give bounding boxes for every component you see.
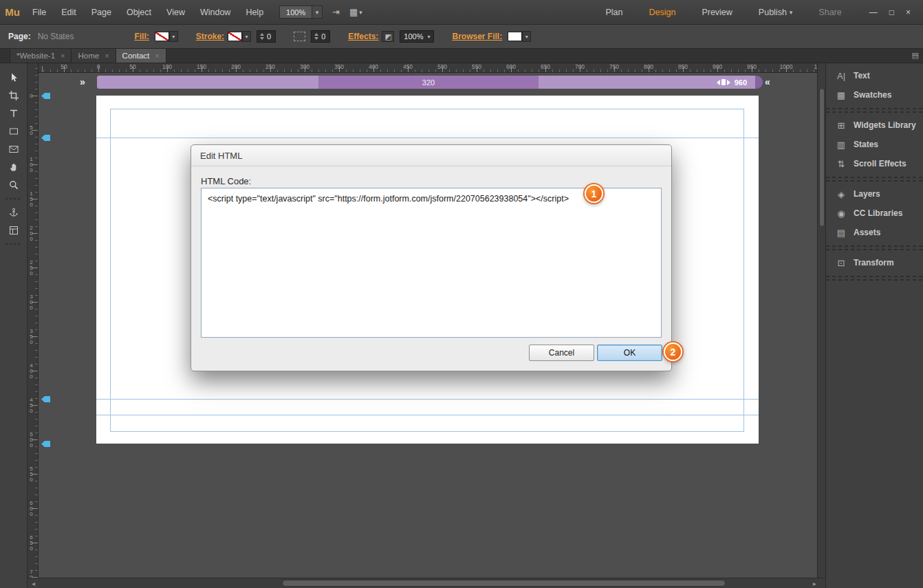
breakpoint-prev-icon[interactable]: » (80, 76, 85, 87)
tab-contact[interactable]: Contact× (116, 49, 166, 63)
cancel-button[interactable]: Cancel (529, 345, 594, 361)
opacity-dropdown-icon[interactable]: ▾ (427, 34, 430, 40)
menu-window[interactable]: Window (193, 8, 238, 17)
menu-view[interactable]: View (159, 8, 193, 17)
tool-panel (0, 63, 28, 588)
vertical-ruler[interactable]: 0501001502002503003504004505005506006507… (28, 63, 39, 578)
tool-panel-separator (6, 241, 22, 247)
menu-page[interactable]: Page (84, 8, 119, 17)
panel-item-scroll-effects[interactable]: ⇅Scroll Effects (826, 154, 923, 173)
browser-fill-dropdown-icon[interactable]: ▾ (522, 31, 531, 42)
window-close-button[interactable]: × (906, 8, 911, 17)
rectangle-tool[interactable] (0, 122, 28, 140)
fill-dropdown-icon[interactable]: ▾ (169, 31, 178, 42)
guide-line-bottom[interactable] (96, 415, 759, 415)
breakpoint-segment-320[interactable]: 320 (318, 76, 539, 89)
breakpoint-resize-handle[interactable] (717, 79, 730, 85)
canvas[interactable]: » 320 960 « Edit HTML HTML Code: (39, 73, 817, 578)
layout-view-icon[interactable]: ▦ (349, 7, 358, 17)
tab-close-icon[interactable]: × (61, 52, 65, 60)
stroke-dropdown-icon[interactable]: ▾ (242, 31, 251, 42)
horizontal-ruler[interactable]: 5005010015020025030035040045050055060065… (39, 63, 817, 73)
guide-line-footer[interactable] (96, 399, 759, 400)
text-tool-icon (8, 108, 19, 119)
panel-item-label: Transform (854, 258, 894, 268)
guide-handle-footer[interactable] (41, 396, 50, 402)
mode-design[interactable]: Design (649, 8, 675, 17)
mode-publish[interactable]: Publish▾ (759, 8, 793, 17)
ruler-tick-label: 200 (231, 63, 241, 70)
panel-item-assets[interactable]: ▤Assets (826, 223, 923, 242)
opacity-field[interactable]: 100% ▾ (400, 30, 434, 43)
panel-item-states[interactable]: ▥States (826, 135, 923, 154)
panel-item-layers[interactable]: ◈Layers (826, 184, 923, 204)
menu-object[interactable]: Object (119, 8, 159, 17)
breakpoint-segment-small[interactable] (97, 76, 318, 89)
mode-share[interactable]: Share (818, 8, 841, 17)
guide-handle-page-top[interactable] (41, 93, 50, 99)
corner-radius-field[interactable]: 0 (311, 30, 330, 43)
place-arrow-icon[interactable]: ⇥ (332, 7, 340, 17)
crop-tool[interactable] (0, 87, 28, 105)
tab-website1[interactable]: *Website-1× (10, 49, 72, 63)
mode-preview[interactable]: Preview (702, 8, 732, 17)
corner-radius-stepper[interactable] (314, 33, 318, 40)
fill-label[interactable]: Fill: (134, 32, 149, 41)
browser-fill-label[interactable]: Browser Fill: (452, 32, 502, 41)
breakpoint-next-icon[interactable]: « (765, 76, 770, 87)
dialog-title[interactable]: Edit HTML (191, 145, 671, 166)
zoom-dropdown-icon[interactable]: ▾ (312, 6, 323, 19)
panel-item-text[interactable]: A|Text (826, 66, 923, 85)
stroke-label[interactable]: Stroke: (196, 32, 224, 41)
guide-handle-header[interactable] (41, 135, 50, 141)
window-controls: — □ × (869, 8, 911, 17)
scroll-right-icon[interactable]: ▸ (813, 579, 816, 588)
guide-handle-page-bottom[interactable] (41, 441, 50, 447)
corner-radius-value: 0 (321, 32, 325, 41)
browser-fill-swatch[interactable] (508, 32, 522, 41)
panel-collapse-icon[interactable]: ▤ (912, 51, 919, 60)
zoom-tool[interactable] (0, 176, 28, 194)
ok-button[interactable]: OK (597, 345, 662, 361)
panel-item-transform[interactable]: ⊡Transform (826, 253, 923, 272)
stroke-weight-stepper[interactable] (260, 33, 264, 40)
publish-dropdown-icon[interactable]: ▾ (790, 9, 793, 16)
html-code-input[interactable]: <script type="text/javascript" src="http… (201, 188, 662, 338)
text-tool[interactable] (0, 105, 28, 122)
horizontal-scrollbar[interactable]: ◂ ▸ (28, 578, 825, 588)
panel-item-cc-libraries[interactable]: ◉CC Libraries (826, 204, 923, 223)
frame-tool[interactable] (0, 140, 28, 158)
window-minimize-button[interactable]: — (869, 8, 878, 17)
vertical-scrollbar[interactable] (817, 63, 825, 578)
stroke-swatch[interactable] (228, 32, 242, 41)
zoom-level-field[interactable]: 100% (279, 6, 312, 19)
hand-tool-icon (8, 162, 19, 173)
vertical-scrollbar-thumb[interactable] (819, 88, 825, 227)
menu-edit[interactable]: Edit (54, 8, 84, 17)
grid-tool[interactable] (0, 221, 28, 239)
mode-plan[interactable]: Plan (605, 8, 622, 17)
corner-radius-icon[interactable] (294, 32, 305, 41)
menu-help[interactable]: Help (238, 8, 271, 17)
effects-label[interactable]: Effects: (348, 32, 378, 41)
ruler-tick-label: 350 (28, 328, 34, 345)
guide-line-header[interactable] (96, 138, 759, 138)
breakpoint-bar[interactable]: 320 960 (97, 76, 763, 89)
stroke-weight-field[interactable]: 0 (257, 30, 276, 43)
tab-home[interactable]: Home× (72, 49, 116, 63)
tab-close-icon[interactable]: × (105, 52, 109, 60)
panel-item-swatches[interactable]: ▦Swatches (826, 85, 923, 105)
panel-item-widgets-library[interactable]: ⊞Widgets Library (826, 116, 923, 135)
hand-tool[interactable] (0, 158, 28, 176)
selection-tool[interactable] (0, 69, 28, 87)
effects-badge-icon[interactable]: ◩ (382, 31, 394, 42)
scroll-left-icon[interactable]: ◂ (32, 579, 35, 588)
menu-file[interactable]: File (25, 8, 54, 17)
layout-view-dropdown-icon[interactable]: ▾ (359, 9, 362, 16)
window-maximize-button[interactable]: □ (889, 8, 894, 17)
breakpoint-segment-960[interactable]: 960 (539, 76, 755, 89)
tab-close-icon[interactable]: × (155, 52, 159, 60)
horizontal-scrollbar-thumb[interactable] (282, 580, 726, 587)
fill-swatch[interactable] (155, 32, 169, 41)
anchor-tool[interactable] (0, 204, 28, 221)
